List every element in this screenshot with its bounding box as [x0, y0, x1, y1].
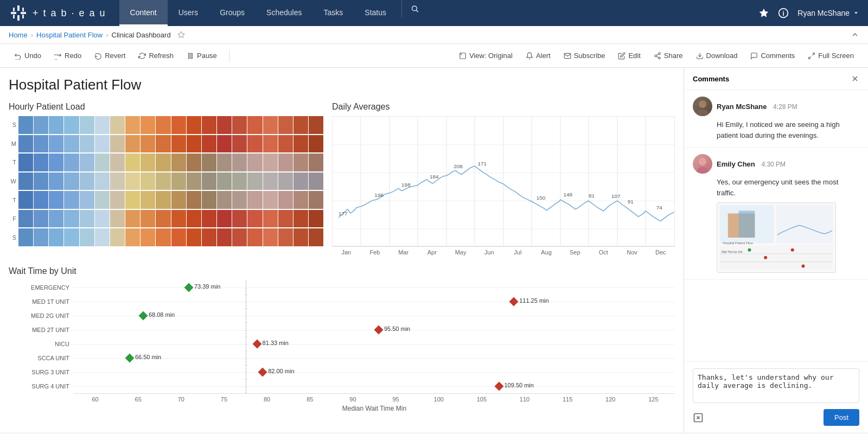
heatmap-cell[interactable] [187, 228, 201, 246]
heatmap-cell[interactable] [80, 173, 94, 190]
heatmap-cell[interactable] [202, 135, 216, 153]
heatmap-cell[interactable] [232, 135, 247, 153]
heatmap-cell[interactable] [293, 191, 308, 209]
heatmap-cell[interactable] [293, 173, 308, 190]
heatmap-cell[interactable] [202, 228, 216, 246]
heatmap-cell[interactable] [278, 191, 293, 209]
heatmap-cell[interactable] [171, 228, 186, 246]
share-button[interactable]: Share [648, 48, 688, 63]
heatmap-cell[interactable] [80, 116, 94, 134]
heatmap-cell[interactable] [278, 154, 293, 171]
star-icon[interactable] [758, 8, 769, 18]
heatmap-cell[interactable] [232, 210, 247, 228]
nav-tab-users[interactable]: Users [168, 0, 209, 26]
heatmap-cell[interactable] [247, 173, 262, 190]
heatmap-cell[interactable] [263, 154, 278, 171]
heatmap-cell[interactable] [309, 210, 323, 228]
nav-tab-groups[interactable]: Groups [209, 0, 256, 26]
heatmap-cell[interactable] [263, 210, 278, 228]
redo-button[interactable]: Redo [49, 48, 87, 63]
edit-button[interactable]: Edit [612, 48, 646, 63]
heatmap-cell[interactable] [34, 154, 48, 171]
heatmap-cell[interactable] [64, 210, 79, 228]
heatmap-cell[interactable] [80, 210, 94, 228]
heatmap-cell[interactable] [141, 191, 155, 209]
heatmap-cell[interactable] [95, 173, 110, 190]
heatmap-cell[interactable] [263, 116, 278, 134]
heatmap-cell[interactable] [187, 191, 201, 209]
heatmap-cell[interactable] [34, 191, 48, 209]
heatmap-cell[interactable] [125, 154, 140, 171]
nav-tab-content[interactable]: Content [119, 0, 168, 26]
heatmap-cell[interactable] [263, 173, 278, 190]
heatmap-cell[interactable] [49, 191, 63, 209]
wait-dot-4[interactable] [252, 340, 261, 349]
heatmap-cell[interactable] [49, 135, 63, 153]
revert-button[interactable]: Revert [89, 48, 131, 63]
heatmap-cell[interactable] [278, 173, 293, 190]
heatmap-cell[interactable] [232, 154, 247, 171]
heatmap-cell[interactable] [64, 135, 79, 153]
heatmap-cell[interactable] [309, 173, 323, 190]
heatmap-cell[interactable] [125, 228, 140, 246]
nav-tab-schedules[interactable]: Schedules [256, 0, 312, 26]
heatmap-cell[interactable] [125, 210, 140, 228]
heatmap-cell[interactable] [278, 116, 293, 134]
heatmap-cell[interactable] [309, 228, 323, 246]
heatmap-cell[interactable] [278, 228, 293, 246]
heatmap-cell[interactable] [187, 210, 201, 228]
heatmap-cell[interactable] [293, 154, 308, 171]
heatmap-cell[interactable] [156, 173, 170, 190]
heatmap-cell[interactable] [187, 135, 201, 153]
close-icon[interactable] [851, 74, 859, 83]
heatmap-cell[interactable] [64, 154, 79, 171]
heatmap-cell[interactable] [95, 191, 110, 209]
post-button[interactable]: Post [824, 409, 859, 426]
heatmap-cell[interactable] [217, 210, 232, 228]
heatmap-cell[interactable] [309, 116, 323, 134]
heatmap-cell[interactable] [18, 154, 33, 171]
heatmap-cell[interactable] [156, 228, 170, 246]
heatmap-cell[interactable] [217, 173, 232, 190]
wait-dot-1[interactable] [509, 297, 519, 307]
heatmap-cell[interactable] [156, 191, 170, 209]
heatmap-cell[interactable] [18, 116, 33, 134]
heatmap-cell[interactable] [64, 116, 79, 134]
wait-dot-6[interactable] [258, 368, 267, 377]
search-icon[interactable] [401, 0, 419, 17]
heatmap-cell[interactable] [202, 191, 216, 209]
heatmap-cell[interactable] [202, 173, 216, 190]
heatmap-cell[interactable] [80, 228, 94, 246]
heatmap-cell[interactable] [187, 154, 201, 171]
heatmap-cell[interactable] [110, 228, 125, 246]
refresh-button[interactable]: Refresh [133, 48, 179, 63]
heatmap-cell[interactable] [309, 191, 323, 209]
heatmap-cell[interactable] [34, 210, 48, 228]
breadcrumb-home[interactable]: Home [9, 31, 28, 39]
heatmap-cell[interactable] [110, 135, 125, 153]
heatmap-cell[interactable] [156, 154, 170, 171]
heatmap-cell[interactable] [110, 173, 125, 190]
heatmap-cell[interactable] [171, 210, 186, 228]
heatmap-cell[interactable] [49, 228, 63, 246]
heatmap-cell[interactable] [141, 116, 155, 134]
heatmap-cell[interactable] [125, 191, 140, 209]
heatmap-cell[interactable] [309, 135, 323, 153]
heatmap-cell[interactable] [263, 228, 278, 246]
heatmap-cell[interactable] [171, 116, 186, 134]
heatmap-cell[interactable] [141, 154, 155, 171]
undo-button[interactable]: Undo [9, 48, 47, 63]
heatmap-cell[interactable] [293, 228, 308, 246]
info-icon[interactable] [778, 8, 789, 18]
heatmap-cell[interactable] [232, 116, 247, 134]
heatmap-cell[interactable] [293, 135, 308, 153]
heatmap-cell[interactable] [18, 191, 33, 209]
heatmap-cell[interactable] [293, 210, 308, 228]
heatmap-cell[interactable] [156, 210, 170, 228]
tableau-logo[interactable]: + t a b · e a u [9, 3, 106, 23]
wait-dot-0[interactable] [184, 283, 193, 292]
heatmap-cell[interactable] [34, 228, 48, 246]
heatmap-cell[interactable] [141, 173, 155, 190]
nav-tab-tasks[interactable]: Tasks [313, 0, 354, 26]
collapse-icon[interactable] [851, 30, 859, 39]
